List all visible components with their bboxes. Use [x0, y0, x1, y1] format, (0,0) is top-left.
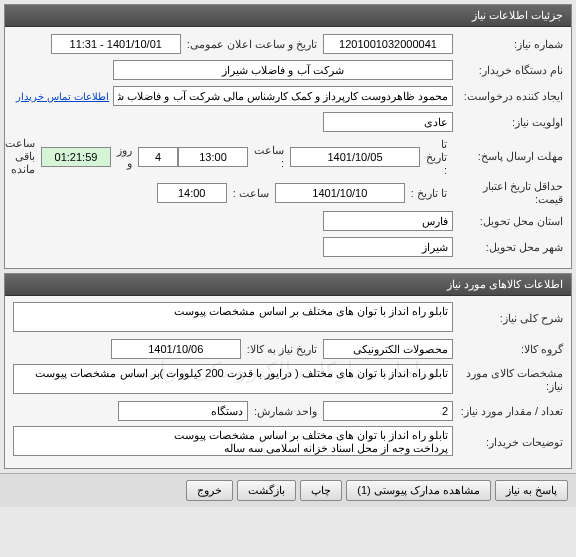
reply-button[interactable]: پاسخ به نیاز — [495, 480, 568, 501]
group-label: گروه کالا: — [453, 343, 563, 356]
remaining-label: ساعت باقی مانده — [0, 137, 41, 176]
unit-label: واحد شمارش: — [248, 405, 323, 418]
buyer-contact-link[interactable]: اطلاعات تماس خریدار — [16, 91, 109, 102]
deadline-date-field[interactable] — [290, 147, 420, 167]
priority-label: اولویت نیاز: — [453, 116, 563, 129]
priority-field[interactable] — [323, 112, 453, 132]
attachments-button[interactable]: مشاهده مدارک پیوستی (1) — [346, 480, 491, 501]
buyer-label: نام دستگاه خریدار: — [453, 64, 563, 77]
validity-date-field[interactable] — [275, 183, 405, 203]
creator-label: ایجاد کننده درخواست: — [453, 90, 563, 103]
goods-info-panel: اطلاعات کالاهای مورد نیاز سامانه تدارکات… — [4, 273, 572, 469]
button-bar: پاسخ به نیاز مشاهده مدارک پیوستی (1) چاپ… — [0, 473, 576, 507]
need-info-panel: جزئیات اطلاعات نیاز شماره نیاز: تاریخ و … — [4, 4, 572, 269]
back-button[interactable]: بازگشت — [237, 480, 296, 501]
deadline-time-field[interactable] — [178, 147, 248, 167]
validity-time-field[interactable] — [157, 183, 227, 203]
qty-label: تعداد / مقدار مورد نیاز: — [453, 405, 563, 418]
need-info-body: شماره نیاز: تاریخ و ساعت اعلان عمومی: نا… — [5, 27, 571, 268]
need-date-label: تاریخ نیاز به کالا: — [241, 343, 323, 356]
time-remaining-field[interactable] — [41, 147, 111, 167]
buyer-field[interactable] — [113, 60, 453, 80]
need-number-field[interactable] — [323, 34, 453, 54]
group-field[interactable] — [323, 339, 453, 359]
time-label-2: ساعت : — [227, 187, 275, 200]
exit-button[interactable]: خروج — [186, 480, 233, 501]
to-date-label-2: تا تاریخ : — [405, 187, 453, 200]
announce-field[interactable] — [51, 34, 181, 54]
print-button[interactable]: چاپ — [300, 480, 342, 501]
to-date-label-1: تا تاریخ : — [420, 138, 453, 176]
days-remaining-field[interactable] — [138, 147, 178, 167]
unit-field[interactable] — [118, 401, 248, 421]
deadline-label: مهلت ارسال پاسخ: — [453, 150, 563, 163]
goods-info-header: اطلاعات کالاهای مورد نیاز — [5, 274, 571, 296]
goods-info-body: سامانه تدارکات الکترونیکی دولت شرح کلی ن… — [5, 296, 571, 468]
city-label: شهر محل تحویل: — [453, 241, 563, 254]
days-and-label: روز و — [111, 144, 138, 170]
desc-field[interactable] — [13, 302, 453, 332]
province-label: استان محل تحویل: — [453, 215, 563, 228]
time-label-1: ساعت : — [248, 144, 290, 169]
city-field[interactable] — [323, 237, 453, 257]
province-field[interactable] — [323, 211, 453, 231]
desc-label: شرح کلی نیاز: — [453, 312, 563, 325]
spec-field[interactable] — [13, 364, 453, 394]
need-number-label: شماره نیاز: — [453, 38, 563, 51]
qty-field[interactable] — [323, 401, 453, 421]
validity-label: حداقل تاریخ اعتبار قیمت: — [453, 180, 563, 206]
announce-label: تاریخ و ساعت اعلان عمومی: — [181, 38, 323, 51]
creator-field[interactable] — [113, 86, 453, 106]
buyer-note-label: توضیحات خریدار: — [453, 436, 563, 449]
buyer-note-field[interactable] — [13, 426, 453, 456]
need-date-field[interactable] — [111, 339, 241, 359]
spec-label: مشخصات کالای مورد نیاز: — [453, 367, 563, 393]
need-info-header: جزئیات اطلاعات نیاز — [5, 5, 571, 27]
